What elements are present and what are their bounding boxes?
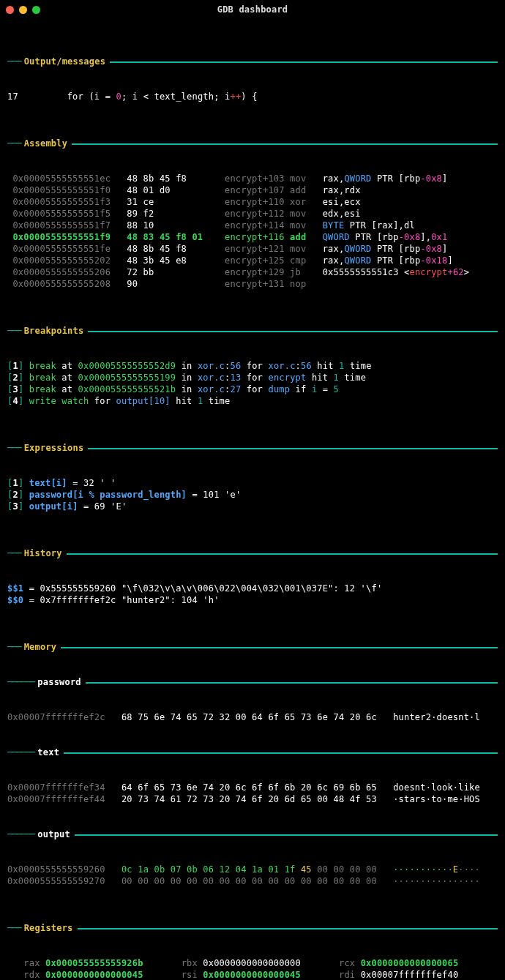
output-line: 17 for (i = 0; i < text_length; i++) { [7, 91, 498, 102]
assembly-row: 0x00005555555551f9 48 83 45 f8 01 encryp… [7, 231, 498, 243]
assembly-row: 0x00005555555551f5 89 f2 encrypt+112 mov… [7, 208, 498, 220]
history-row: $$0 = 0x7fffffffef2c "hunter2": 104 'h' [7, 594, 498, 606]
expression-row: [1] text[i] = 32 ' ' [7, 477, 498, 489]
titlebar: GDB dashboard [0, 0, 505, 19]
assembly-row: 0x0000555555555208 90 encrypt+131 nop [7, 278, 498, 290]
memory-sub-password: ──────password [7, 676, 498, 688]
memory-row: 0x00007fffffffef2c 68 75 6e 74 65 72 32 … [7, 711, 498, 723]
memory-row: 0x0000555555559270 00 00 00 00 00 00 00 … [7, 875, 498, 887]
expression-row: [3] output[i] = 69 'E' [7, 501, 498, 512]
assembly-row: 0x0000555555555206 72 bb encrypt+129 jb … [7, 266, 498, 278]
expression-row: [2] password[i % password_length] = 101 … [7, 489, 498, 501]
breakpoint-row: [2] break at 0x0000555555555199 in xor.c… [7, 372, 498, 384]
assembly-row: 0x00005555555551f7 88 10 encrypt+114 mov… [7, 220, 498, 231]
memory-row: 0x0000555555559260 0c 1a 0b 07 0b 06 12 … [7, 864, 498, 875]
breakpoint-row: [1] break at 0x00005555555552d9 in xor.c… [7, 360, 498, 372]
memory-row: 0x00007fffffffef34 64 6f 65 73 6e 74 20 … [7, 782, 498, 793]
section-registers: ───Registers [7, 922, 498, 934]
memory-sub-text: ──────text [7, 747, 498, 758]
memory-sub-output: ──────output [7, 828, 498, 840]
section-memory: ───Memory [7, 641, 498, 653]
terminal-body: ───Output/messages 17 for (i = 0; i < te… [0, 19, 505, 980]
memory-row: 0x00007fffffffef44 20 73 74 61 72 73 20 … [7, 793, 498, 805]
breakpoint-row: [4] write watch for output[10] hit 1 tim… [7, 395, 498, 407]
section-history: ───History [7, 547, 498, 559]
assembly-row: 0x0000555555555202 48 3b 45 e8 encrypt+1… [7, 255, 498, 266]
section-assembly: ───Assembly [7, 138, 498, 149]
section-output: ───Output/messages [7, 56, 498, 67]
register-row: rdx 0x0000000000000045 rsi 0x00000000000… [7, 969, 498, 980]
assembly-row: 0x00005555555551fe 48 8b 45 f8 encrypt+1… [7, 243, 498, 255]
assembly-row: 0x00005555555551ec 48 8b 45 f8 encrypt+1… [7, 173, 498, 184]
section-expressions: ───Expressions [7, 442, 498, 454]
history-row: $$1 = 0x555555559260 "\f\032\v\a\v\006\0… [7, 583, 498, 594]
assembly-row: 0x00005555555551f0 48 01 d0 encrypt+107 … [7, 184, 498, 196]
register-row: rax 0x000055555555926b rbx 0x00000000000… [7, 957, 498, 969]
breakpoint-row: [3] break at 0x000055555555521b in xor.c… [7, 384, 498, 395]
assembly-row: 0x00005555555551f3 31 ce encrypt+110 xor… [7, 196, 498, 208]
section-breakpoints: ───Breakpoints [7, 325, 498, 337]
window-title: GDB dashboard [0, 4, 505, 15]
